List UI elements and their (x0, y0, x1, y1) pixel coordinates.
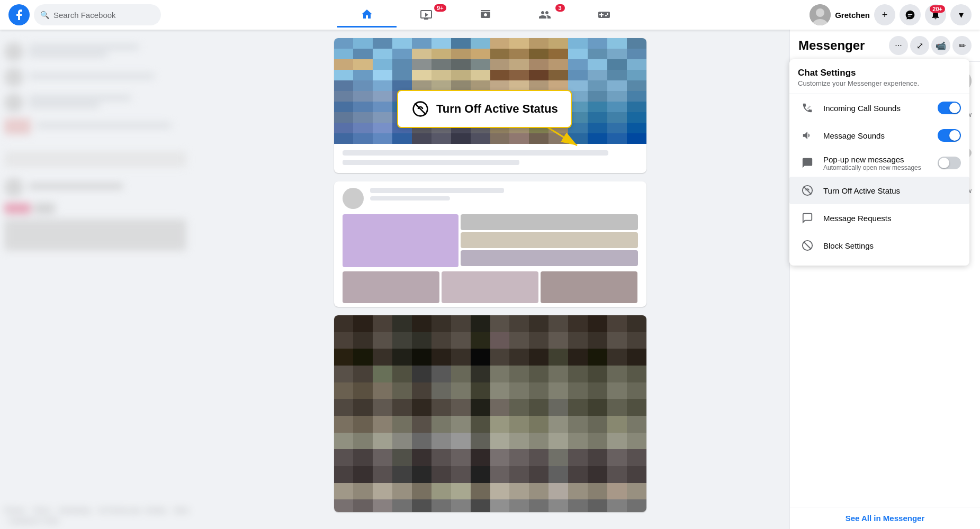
message-sounds-toggle[interactable] (938, 129, 961, 142)
incoming-call-toggle-knob (949, 103, 960, 113)
tooltip-label: Turn Off Active Status (436, 102, 558, 116)
center-navigation: 9+ 3 (161, 2, 810, 28)
messenger-icon (905, 10, 915, 20)
chat-settings-dropdown: Chat Settings Customize your Messenger e… (789, 59, 969, 266)
incoming-call-toggle[interactable] (938, 102, 961, 114)
nav-watch[interactable]: 9+ (397, 2, 456, 28)
turn-off-active-status-tooltip: Turn Off Active Status (397, 90, 572, 128)
svg-line-9 (804, 242, 811, 249)
nav-marketplace[interactable] (456, 2, 515, 28)
popup-messages-label: Pop-up new messages (823, 155, 931, 164)
home-icon (361, 8, 373, 21)
marketplace-icon (479, 8, 492, 21)
chat-settings-message-sounds[interactable]: Message Sounds (789, 122, 969, 149)
nav-groups[interactable]: 3 (515, 2, 574, 28)
messenger-title: Messenger (798, 38, 889, 53)
popup-messages-toggle-knob (939, 158, 949, 168)
messenger-button[interactable] (900, 4, 921, 25)
messenger-fullscreen-button[interactable]: ⤢ (910, 36, 929, 55)
messenger-compose-button[interactable]: ✏ (952, 36, 972, 55)
messenger-panel-header: Messenger ··· ⤢ 📹 ✏ (790, 30, 980, 62)
search-placeholder-text: Search Facebook (53, 11, 116, 20)
footer-cookies[interactable]: Cookies (143, 507, 166, 514)
footer-ad-choices[interactable]: Ad Choices (98, 507, 130, 514)
feed-post-2 (334, 181, 646, 307)
footer-terms[interactable]: Terms (33, 507, 51, 514)
user-avatar (810, 4, 831, 25)
watch-badge: 9+ (434, 4, 446, 12)
chat-settings-block-settings[interactable]: Block Settings (789, 232, 969, 259)
facebook-logo[interactable] (8, 4, 30, 25)
chat-settings-subtitle: Customize your Messenger experience. (798, 79, 961, 87)
message-requests-icon (798, 208, 817, 227)
notifications-button[interactable]: 20+ (925, 4, 946, 25)
popup-messages-toggle[interactable] (938, 157, 961, 169)
chat-settings-header: Chat Settings Customize your Messenger e… (789, 66, 969, 94)
svg-line-11 (415, 103, 426, 114)
svg-point-1 (816, 8, 824, 17)
notifications-badge: 20+ (930, 5, 945, 13)
chat-settings-popup-messages[interactable]: Pop-up new messages Automatically open n… (789, 149, 969, 177)
block-settings-label: Block Settings (823, 241, 961, 250)
top-navigation: 🔍 Search Facebook 9+ (0, 0, 980, 30)
search-bar[interactable]: 🔍 Search Facebook (34, 4, 161, 25)
incoming-call-sounds-label: Incoming Call Sounds (823, 104, 931, 113)
topnav-right-actions: Gretchen + 20+ ▾ (810, 4, 972, 25)
footer-links: Privacy· Terms· Advertising· Ad Choices▶… (4, 507, 191, 525)
message-sounds-icon (798, 126, 817, 145)
incoming-call-icon (798, 98, 817, 117)
facebook-logo-icon (13, 8, 25, 21)
message-requests-label: Message Requests (823, 214, 961, 223)
user-profile[interactable]: Gretchen (810, 4, 870, 25)
chat-settings-turn-off-active-status[interactable]: Turn Off Active Status (789, 177, 969, 204)
popup-messages-icon (798, 153, 817, 172)
message-sounds-toggle-knob (949, 130, 960, 141)
chat-settings-message-requests[interactable]: Message Requests (789, 204, 969, 232)
watch-icon (420, 8, 433, 21)
see-all-messenger-button[interactable]: See All in Messenger (790, 507, 980, 529)
chat-settings-incoming-call[interactable]: Incoming Call Sounds (789, 94, 969, 122)
message-sounds-label: Message Sounds (823, 131, 931, 140)
feed-post-3 (334, 315, 646, 512)
nav-home[interactable] (337, 2, 397, 28)
footer-privacy[interactable]: Privacy (4, 507, 25, 514)
gaming-icon (598, 8, 610, 21)
account-button[interactable]: ▾ (950, 4, 972, 25)
search-icon: 🔍 (40, 11, 49, 19)
left-sidebar: Privacy· Terms· Advertising· Ad Choices▶… (0, 30, 191, 529)
nav-gaming[interactable] (574, 2, 634, 28)
username-label: Gretchen (835, 11, 870, 20)
popup-messages-text-container: Pop-up new messages Automatically open n… (823, 155, 931, 171)
turn-off-active-status-label: Turn Off Active Status (823, 186, 961, 195)
svg-line-7 (804, 187, 812, 195)
block-settings-icon (798, 236, 817, 255)
groups-badge: 3 (555, 4, 565, 12)
footer-copyright: Facebook © 2021 (9, 517, 59, 525)
popup-messages-sublabel: Automatically open new messages (823, 164, 931, 171)
messenger-header-actions: ··· ⤢ 📹 ✏ (889, 36, 972, 55)
chat-settings-title: Chat Settings (798, 68, 961, 78)
create-button[interactable]: + (874, 4, 895, 25)
footer-more[interactable]: More (175, 507, 189, 514)
messenger-video-button[interactable]: 📹 (931, 36, 950, 55)
active-status-icon (798, 181, 817, 200)
avatar-icon (810, 4, 831, 25)
tooltip-active-status-icon (411, 99, 430, 118)
messenger-more-button[interactable]: ··· (889, 36, 908, 55)
footer-advertising[interactable]: Advertising (59, 507, 90, 514)
groups-icon (538, 8, 551, 21)
